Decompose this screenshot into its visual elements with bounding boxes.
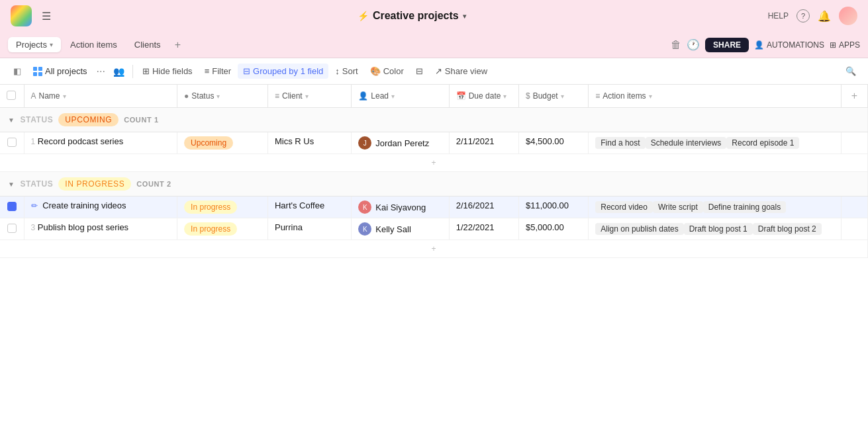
group-status-label: STATUS — [21, 179, 54, 189]
row-status-badge: In progress — [184, 222, 237, 236]
tab-bar-left: Projects ▾ Action items Clients + — [8, 37, 669, 53]
tab-clients[interactable]: Clients — [126, 37, 169, 52]
row-name-cell: ✏ Create training videos — [24, 197, 177, 218]
search-button[interactable]: 🔍 — [842, 62, 860, 81]
lead-avatar: K — [358, 222, 371, 236]
table-row[interactable]: ✏ Create training videos In progress Har… — [0, 197, 868, 218]
grouped-label: Grouped by 1 field — [253, 66, 323, 76]
add-row-upcoming[interactable]: + — [0, 154, 868, 172]
row-select-cell[interactable] — [0, 197, 24, 218]
lead-cell-inner: K Kai Siyavong — [358, 200, 442, 214]
row-status-cell: In progress — [177, 218, 268, 240]
sort-icon: ↕ — [335, 66, 340, 76]
share-button[interactable]: SHARE — [705, 38, 749, 52]
col-header-due-date[interactable]: 📅 Due date ▾ — [449, 85, 518, 108]
grid-view-button[interactable]: All projects — [28, 64, 93, 79]
history-icon[interactable]: 🕐 — [687, 38, 700, 51]
add-column-button[interactable]: + — [848, 90, 861, 102]
group-header-upcoming: ▼ STATUS Upcoming Count 1 — [0, 108, 868, 132]
sidebar-panel-toggle[interactable]: ◧ — [8, 62, 26, 81]
table-view-button[interactable]: ⊟ — [410, 64, 428, 79]
col-header-action-items[interactable]: ≡ Action items ▾ — [589, 85, 842, 108]
col-client-label: Client — [282, 91, 303, 101]
row-checkbox[interactable] — [7, 202, 17, 211]
row-lead-cell: J Jordan Peretz — [352, 132, 449, 154]
lead-cell-inner: K Kelly Sall — [358, 222, 442, 236]
add-column-header[interactable]: + — [842, 85, 868, 108]
row-checkbox[interactable] — [7, 138, 17, 147]
tab-action-items-label: Action items — [70, 40, 117, 50]
row-client-cell: Mics R Us — [267, 132, 351, 154]
lead-name: Kelly Sall — [375, 224, 410, 234]
user-avatar[interactable] — [839, 7, 857, 25]
row-action-items-cell: Record videoWrite scriptDefine training … — [589, 197, 842, 218]
automations-button[interactable]: 👤 AUTOMATIONS — [754, 40, 824, 50]
action-item-tag: Write script — [653, 201, 703, 213]
add-row-cell[interactable]: + — [0, 240, 868, 258]
col-budget-label: Budget — [533, 91, 558, 101]
table-row[interactable]: 3 Publish blog post series In progress P… — [0, 218, 868, 240]
view-options-button[interactable]: ··· — [94, 64, 108, 79]
row-name-cell: 3 Publish blog post series — [24, 218, 177, 240]
select-all-checkbox[interactable] — [7, 91, 16, 100]
sidebar-toggle-btn[interactable]: ☰ — [37, 7, 56, 25]
sort-button[interactable]: ↕ Sort — [330, 64, 363, 79]
status-col-icon: ● — [184, 91, 189, 101]
tab-action-items[interactable]: Action items — [62, 37, 125, 52]
people-button[interactable]: 👥 — [109, 65, 128, 78]
lead-avatar: J — [358, 136, 371, 150]
tab-bar-right: 🗑 🕐 SHARE 👤 AUTOMATIONS ⊞ APPS — [671, 38, 860, 52]
select-all-header[interactable] — [0, 85, 24, 108]
title-dropdown-arrow[interactable]: ▾ — [463, 13, 466, 20]
row-extra-cell — [842, 218, 868, 240]
name-col-icon: A — [31, 91, 36, 101]
table-row[interactable]: 1 Record podcast series Upcoming Mics R … — [0, 132, 868, 154]
filter-button[interactable]: ≡ Filter — [199, 64, 236, 79]
add-tab-button[interactable]: + — [170, 37, 186, 53]
row-client: Mics R Us — [275, 136, 314, 146]
group-collapse-btn[interactable]: ▼ — [8, 181, 15, 188]
row-select-cell[interactable] — [0, 132, 24, 154]
view-label: All projects — [45, 66, 87, 76]
table-header-row: A Name ▾ ● Status ▾ ≡ Client — [0, 85, 868, 108]
status-sort-arrow: ▾ — [217, 93, 220, 100]
row-due-date: 2/11/2021 — [456, 136, 495, 146]
col-action-label: Action items — [603, 91, 646, 101]
row-due-cell: 2/11/2021 — [449, 132, 518, 154]
top-nav: ☰ ⚡ Creative projects ▾ HELP ? 🔔 — [0, 0, 868, 32]
toolbar: ◧ All projects ··· 👥 ⊞ Hide fields ≡ Fil… — [0, 58, 868, 85]
hide-fields-button[interactable]: ⊞ Hide fields — [137, 64, 198, 79]
apps-button[interactable]: ⊞ APPS — [830, 40, 860, 50]
row-name: Record podcast series — [38, 136, 123, 146]
col-header-budget[interactable]: $ Budget ▾ — [518, 85, 588, 108]
add-row-in-progress[interactable]: + — [0, 240, 868, 258]
col-header-name[interactable]: A Name ▾ — [24, 85, 177, 108]
col-header-status[interactable]: ● Status ▾ — [177, 85, 268, 108]
app-title: Creative projects — [373, 10, 459, 22]
top-nav-left: ☰ — [11, 5, 56, 26]
row-number: 1 — [31, 137, 36, 146]
group-count-badge: Count 2 — [136, 180, 171, 188]
group-collapse-btn[interactable]: ▼ — [8, 116, 15, 124]
app-logo[interactable] — [11, 5, 32, 26]
notifications-icon[interactable]: 🔔 — [818, 10, 831, 22]
help-icon[interactable]: ? — [796, 9, 810, 22]
share-view-button[interactable]: ↗ Share view — [430, 64, 493, 79]
tab-projects[interactable]: Projects ▾ — [8, 37, 61, 52]
lead-cell-inner: J Jordan Peretz — [358, 136, 442, 150]
row-status-cell: In progress — [177, 197, 268, 218]
col-header-client[interactable]: ≡ Client ▾ — [267, 85, 351, 108]
grouped-button[interactable]: ⊟ Grouped by 1 field — [238, 64, 328, 79]
row-checkbox[interactable] — [7, 224, 17, 233]
grid-icon — [33, 67, 42, 76]
tab-clients-label: Clients — [134, 40, 161, 50]
top-nav-center: ⚡ Creative projects ▾ — [358, 10, 466, 22]
automations-label: AUTOMATIONS — [767, 40, 824, 50]
add-row-cell[interactable]: + — [0, 154, 868, 172]
help-button[interactable]: HELP — [768, 11, 789, 21]
color-button[interactable]: 🎨 Color — [365, 64, 409, 79]
row-due-cell: 1/22/2021 — [449, 218, 518, 240]
row-select-cell[interactable] — [0, 218, 24, 240]
trash-icon[interactable]: 🗑 — [671, 39, 681, 51]
col-header-lead[interactable]: 👤 Lead ▾ — [352, 85, 449, 108]
